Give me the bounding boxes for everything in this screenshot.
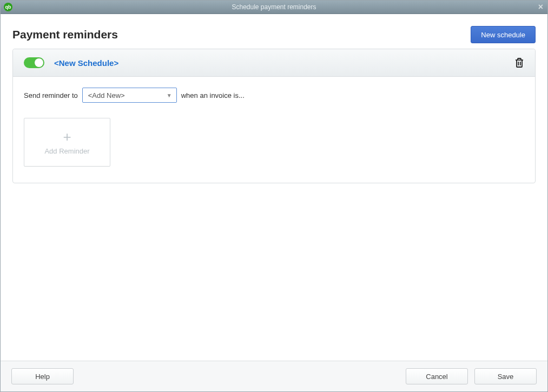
send-reminder-prefix-label: Send reminder to xyxy=(24,91,78,99)
header-row: Payment reminders New schedule xyxy=(1,14,547,49)
add-reminder-card[interactable]: + Add Reminder xyxy=(24,118,110,167)
dialog-window: qb Schedule payment reminders × Payment … xyxy=(0,0,548,392)
close-icon[interactable]: × xyxy=(538,3,543,11)
recipient-select[interactable]: <Add New> ▼ xyxy=(82,88,177,103)
send-reminder-row: Send reminder to <Add New> ▼ when an inv… xyxy=(24,88,524,103)
trash-icon xyxy=(514,57,524,68)
schedule-panel: <New Schedule> Send reminder to xyxy=(12,49,536,183)
titlebar: qb Schedule payment reminders × xyxy=(1,1,547,14)
schedule-panel-header: <New Schedule> xyxy=(13,49,535,77)
chevron-down-icon: ▼ xyxy=(167,92,172,98)
recipient-select-value: <Add New> xyxy=(88,91,125,99)
schedule-enabled-toggle[interactable] xyxy=(24,57,44,68)
app-logo-icon: qb xyxy=(4,3,12,11)
add-reminder-label: Add Reminder xyxy=(44,147,89,155)
new-schedule-button[interactable]: New schedule xyxy=(471,26,536,43)
content-area: Payment reminders New schedule <New Sche… xyxy=(1,14,547,361)
dialog-footer: Help Cancel Save xyxy=(1,361,547,391)
cancel-button[interactable]: Cancel xyxy=(406,368,468,384)
help-button[interactable]: Help xyxy=(11,368,74,384)
send-reminder-suffix-label: when an invoice is... xyxy=(181,91,245,99)
page-title: Payment reminders xyxy=(12,28,118,41)
window-title: Schedule payment reminders xyxy=(1,3,547,11)
save-button[interactable]: Save xyxy=(474,368,537,384)
schedule-panel-body: Send reminder to <Add New> ▼ when an inv… xyxy=(13,77,535,183)
plus-icon: + xyxy=(63,130,71,144)
schedule-name-link[interactable]: <New Schedule> xyxy=(54,58,118,68)
toggle-knob xyxy=(35,58,43,67)
delete-schedule-button[interactable] xyxy=(514,57,524,68)
